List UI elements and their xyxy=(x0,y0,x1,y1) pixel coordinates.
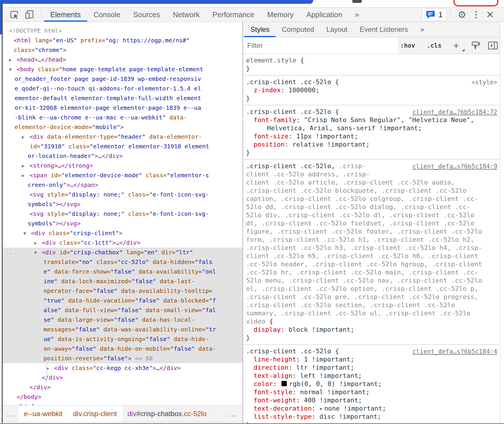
stylesheet-source-link[interactable]: <style> xyxy=(471,78,497,86)
tab-performance[interactable]: Performance xyxy=(206,8,261,22)
css-line[interactable]: } xyxy=(246,334,496,342)
breadcrumb-item[interactable]: div.crisp-client xyxy=(68,406,122,422)
expand-longhand-icon[interactable]: ▶ xyxy=(320,404,322,413)
css-line[interactable]: video { xyxy=(246,317,496,326)
dom-tree-node-line[interactable]: e" data-force-show="false" data-availabi… xyxy=(3,267,243,277)
css-line[interactable]: 52lo dd, .crisp-client .cc-52lo dialog, … xyxy=(246,203,496,211)
css-line[interactable]: client .cc-52lo article, .crisp-client .… xyxy=(246,178,496,187)
tab-layout[interactable]: Layout xyxy=(320,22,354,37)
color-swatch[interactable] xyxy=(281,381,287,386)
css-line[interactable]: text-align: left !important; xyxy=(246,372,496,380)
collapse-arrow-icon[interactable]: ▼ xyxy=(34,248,37,258)
expand-arrow-icon[interactable]: ▶ xyxy=(9,55,12,65)
css-line[interactable]: font-size: 11px !important; xyxy=(246,132,496,140)
tab--[interactable]: » xyxy=(349,8,366,22)
dom-tree-node-line[interactable]: ...▼<div id="crisp-chatbox" lang="en" di… xyxy=(3,248,243,257)
dom-tree-node-line[interactable]: <svg style="display: none;" class="e-fon… xyxy=(3,209,243,219)
sidebar-scrollbar-gutter[interactable] xyxy=(500,22,504,424)
css-line[interactable]: 52lo div, .crisp-client .cc-52lo dl, .cr… xyxy=(246,211,496,219)
css-line[interactable]: .crisp-client .cc-52lo h3, .crisp-client… xyxy=(246,244,496,252)
css-line[interactable]: text-decoration: ▶none !important; xyxy=(246,404,496,413)
css-line[interactable]: .crisp-client .cc-52lo pre, .crisp-clien… xyxy=(246,293,496,301)
css-line[interactable]: direction: ltr !important; xyxy=(246,364,496,372)
expand-arrow-icon[interactable]: ▶ xyxy=(22,171,25,180)
stylesheet-source-link[interactable]: client_defa…?6b5c184:72 xyxy=(412,108,497,116)
css-line[interactable]: dt, .crisp-client .cc-52lo fieldset, .cr… xyxy=(246,219,496,227)
dom-tree-node-line[interactable]: -blink e--ua-chrome e--ua-mac e--ua-webk… xyxy=(3,113,243,122)
dom-tree-node-line[interactable]: ▶<head>…</head> xyxy=(3,55,243,65)
css-line[interactable]: .crisp-client .cc-52lo blockquote, .cris… xyxy=(246,187,496,195)
dom-tree-node-line[interactable]: operator-face="false" data-availability-… xyxy=(3,286,243,296)
css-line[interactable]: form, .crisp-client .cc-52lo h1, .crisp-… xyxy=(246,236,496,244)
css-line[interactable]: line-height: 1 !important; xyxy=(246,355,496,364)
css-line[interactable]: element.style { xyxy=(246,56,496,65)
css-line[interactable]: z-index: 1000000; xyxy=(246,86,496,94)
stylesheet-source-link[interactable]: client_defa…s?6b5c184:4 xyxy=(412,347,497,356)
breadcrumb-item[interactable]: e--ua-webkit xyxy=(19,406,68,422)
dom-tree-node-line[interactable]: ▶<span id="elementor-device-mode" class=… xyxy=(3,171,243,180)
css-line[interactable]: client .cc-52lo h5, .crisp-client .cc-52… xyxy=(246,252,496,260)
collapse-sidebar-button[interactable] xyxy=(488,41,498,50)
paint-roller-button[interactable] xyxy=(471,41,481,51)
dom-tree-node-line[interactable]: symbols"></svg> xyxy=(3,219,243,228)
styles-filter-input[interactable] xyxy=(243,37,398,54)
dom-tree-node-line[interactable]: messages="false" data-was-availability-o… xyxy=(3,325,243,334)
dom-tree-node-line[interactable]: ine" data-lock-maximized="false" data-la… xyxy=(3,277,243,286)
css-line[interactable]: position: relative !important; xyxy=(246,140,496,149)
css-line[interactable]: } xyxy=(246,65,496,73)
breadcrumb-overflow-dots[interactable]: ... xyxy=(3,406,19,422)
dom-tree-node-line[interactable]: <svg style="display: none;" class="e-fon… xyxy=(3,190,243,199)
tab-sources[interactable]: Sources xyxy=(127,8,167,22)
tab-console[interactable]: Console xyxy=(87,8,127,22)
new-style-rule-button[interactable]: + xyxy=(451,40,461,51)
dom-tree-node-line[interactable]: or_header_footer page page-id-1839 wp-em… xyxy=(3,74,243,84)
css-line[interactable]: } xyxy=(246,149,496,157)
breadcrumb-overflow-dots[interactable]: ... xyxy=(224,406,243,422)
css-line[interactable]: figure, .crisp-client .cc-52lo footer, .… xyxy=(246,227,496,236)
node-overflow-dots[interactable]: ... xyxy=(6,248,18,257)
tab--[interactable]: » xyxy=(414,22,430,37)
css-line[interactable]: .cc-52lo hr, .crisp-client .cc-52lo main… xyxy=(246,268,496,277)
css-line[interactable]: color: rgb(0, 0, 0) !important; xyxy=(246,380,496,388)
dom-tree-node-line[interactable]: elementor-device-mode="mobile"> xyxy=(3,122,243,132)
css-line[interactable]: client .cc-52lo address, .crisp- xyxy=(246,170,496,178)
dom-tree-node-line[interactable]: se" data-large-view="false" data-has-loc… xyxy=(3,315,243,325)
dom-tree-node-line[interactable]: class="chrome"> xyxy=(3,45,243,55)
css-line[interactable]: caption, .crisp-client .cc-52lo colgroup… xyxy=(246,195,496,203)
toggle-element-state-button[interactable]: :hov xyxy=(399,42,417,49)
css-line[interactable]: .crisp-client .cc-52lo section, .crisp-c… xyxy=(246,301,496,309)
dom-tree-node-line[interactable]: alse" data-full-view="false" data-small-… xyxy=(3,305,243,315)
css-line[interactable]: } xyxy=(246,94,496,102)
console-messages-button[interactable]: 1 xyxy=(422,8,446,21)
dom-tree-node-line[interactable]: ementor-default elementor-template-full-… xyxy=(3,93,243,103)
dom-tree-node-line[interactable]: translate="no" class="cc-52lo" data-hidd… xyxy=(3,257,243,267)
dom-tree-node-line[interactable]: symbols"></svg> xyxy=(3,199,243,209)
dom-tree-node-line[interactable]: e qodef-qi--no-touch qi-addons-for-eleme… xyxy=(3,84,243,93)
inspect-element-button[interactable] xyxy=(8,8,21,21)
dom-tree-node-line[interactable]: ▼<body class="home page-template page-te… xyxy=(3,65,243,74)
dom-tree-node-line[interactable]: ▶<strong>…</strong> xyxy=(3,161,243,171)
css-line[interactable]: .crisp-client .cc-52lo { xyxy=(246,78,496,86)
dom-tree-node-line[interactable]: ▶<div class="cc-kegp cc-xh3e">…</div> xyxy=(3,363,243,373)
toggle-device-toolbar-button[interactable] xyxy=(23,8,36,21)
dom-tree-node-line[interactable]: </body> xyxy=(3,392,243,402)
css-line[interactable]: 52lo menu, .crisp-client .cc-52lo nav, .… xyxy=(246,277,496,285)
css-line[interactable]: .cc-52lo header, .crisp-client .cc-52lo … xyxy=(246,260,496,268)
dom-tree-node-line[interactable]: "true" data-hide-vacation="false" data-b… xyxy=(3,296,243,305)
dom-tree-node-line[interactable]: ▶<div class="cc-1ctt">…</div> xyxy=(3,238,243,248)
dom-tree-node-line[interactable]: on-away="false" data-hide-on-mobile="fal… xyxy=(3,344,243,354)
css-line[interactable]: ol, .crisp-client .cc-52lo option, .cris… xyxy=(246,285,496,293)
tab-memory[interactable]: Memory xyxy=(261,8,300,22)
dom-tree-node-line[interactable]: creen-only">…</span> xyxy=(3,180,243,190)
more-options-button[interactable] xyxy=(469,11,483,19)
expand-arrow-icon[interactable]: ▶ xyxy=(22,161,25,171)
tab-network[interactable]: Network xyxy=(167,8,206,22)
dom-tree-node-line[interactable]: </div> xyxy=(3,383,243,392)
tab-styles[interactable]: Styles xyxy=(244,22,276,37)
dom-tree-node-line[interactable]: position-reverse="false"> == $0 xyxy=(3,354,243,363)
css-line[interactable]: font-weight: 400 !important; xyxy=(246,396,496,404)
dom-tree-node-line[interactable]: </div> xyxy=(3,373,243,383)
css-line[interactable]: display: block !important; xyxy=(246,326,496,334)
dom-tree-node-line[interactable]: ue" data-is-activity-ongoing="false" dat… xyxy=(3,334,243,344)
dom-tree-node-line[interactable]: <html lang="en-US" prefix="og: https://o… xyxy=(3,36,243,45)
